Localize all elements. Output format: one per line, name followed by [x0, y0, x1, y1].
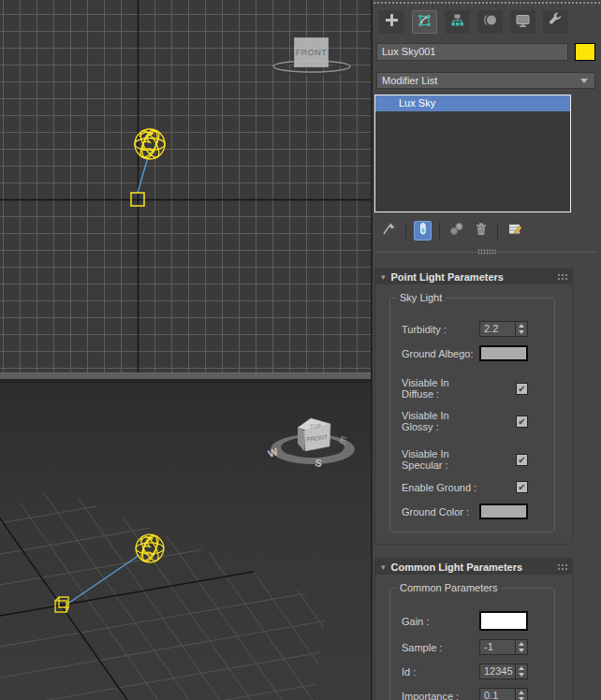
- enable-ground-checkbox[interactable]: ✔: [516, 481, 528, 493]
- tab-modify[interactable]: [412, 10, 437, 34]
- command-panel-tabs: [379, 9, 601, 35]
- light-target-link-persp: [66, 555, 139, 605]
- viewport-splitter[interactable]: [0, 372, 371, 383]
- viewcube-front-face[interactable]: FRONT: [294, 37, 329, 67]
- id-label: Id :: [402, 666, 416, 678]
- motion-icon: [482, 12, 498, 32]
- tab-utilities[interactable]: [543, 10, 568, 34]
- id-spinner[interactable]: 12345: [479, 664, 528, 679]
- turbidity-label: Turbidity :: [402, 324, 447, 335]
- spinner-down-icon[interactable]: [519, 673, 524, 677]
- panel-dock-grip[interactable]: [374, 2, 600, 6]
- param-row-importance: Importance : 0.1: [402, 688, 528, 700]
- modifier-stack-toolbar: [380, 220, 601, 241]
- configure-sets-icon: [506, 221, 522, 241]
- spinner-up-icon[interactable]: [519, 642, 524, 646]
- param-row-enable-ground: Enable Ground : ✔: [402, 481, 528, 493]
- hierarchy-icon: [449, 12, 465, 32]
- sample-value[interactable]: -1: [480, 640, 515, 654]
- modifier-stack[interactable]: Lux Sky: [374, 95, 571, 212]
- viewport-perspective[interactable]: W S E TOP FRONT: [0, 383, 371, 700]
- sample-spinner[interactable]: -1: [479, 639, 528, 655]
- spinner-down-icon[interactable]: [519, 649, 524, 652]
- configure-modifier-sets-button[interactable]: [506, 221, 523, 241]
- viewport-perspective-canvas: W S E TOP FRONT: [0, 383, 371, 700]
- rollout-body-point: Sky Light Turbidity : 2.2: [375, 284, 572, 544]
- plus-icon: [384, 12, 400, 32]
- panel-divider[interactable]: [376, 252, 597, 257]
- enable-ground-label: Enable Ground :: [402, 482, 476, 493]
- tab-create[interactable]: [379, 10, 404, 34]
- rollout-common-light-parameters: ▾ Common Light Parameters Common Paramet…: [374, 558, 573, 700]
- toolbar-separator: [405, 223, 406, 239]
- modify-icon: [417, 12, 432, 32]
- visiable-glossy-checkbox[interactable]: ✔: [516, 416, 528, 428]
- divider-grip-dots[interactable]: [477, 249, 496, 255]
- visiable-diffuse-label: Visiable In Diffuse :: [402, 377, 483, 400]
- rollout-header-common[interactable]: ▾ Common Light Parameters: [375, 559, 572, 575]
- spinner-arrows[interactable]: [515, 664, 527, 678]
- param-row-ground-albego: Ground Albego:: [402, 345, 528, 361]
- object-name-field[interactable]: Lux Sky001: [376, 43, 568, 61]
- tab-display[interactable]: [510, 10, 535, 34]
- turbidity-spinner[interactable]: 2.2: [479, 321, 528, 337]
- ground-color-swatch[interactable]: [479, 503, 528, 519]
- rollout-body-common: Common Parameters Gain : Sample : -1: [375, 575, 572, 700]
- compass-south-label[interactable]: S: [315, 457, 323, 469]
- trash-icon: [473, 221, 489, 241]
- chevron-down-icon: ▾: [381, 272, 386, 282]
- chevron-down-icon: [580, 79, 588, 83]
- show-end-result-button[interactable]: [414, 221, 432, 241]
- pin-stack-button[interactable]: [380, 221, 398, 241]
- sky-light-sphere[interactable]: [135, 128, 165, 160]
- gain-label: Gain :: [402, 616, 429, 627]
- viewport-front[interactable]: FRONT: [0, 0, 371, 373]
- id-value[interactable]: 12345: [480, 664, 515, 678]
- group-common-parameters: Common Parameters Gain : Sample : -1: [389, 588, 555, 700]
- importance-label: Importance :: [402, 691, 459, 700]
- remove-modifier-button[interactable]: [472, 221, 490, 241]
- spinner-arrows[interactable]: [515, 689, 527, 700]
- rollout-header-point[interactable]: ▾ Point Light Parameters: [375, 269, 572, 284]
- rollout-grip-dots[interactable]: [557, 273, 567, 281]
- spinner-up-icon[interactable]: [519, 691, 524, 694]
- visiable-specular-checkbox[interactable]: ✔: [516, 454, 528, 466]
- spinner-up-icon[interactable]: [519, 324, 524, 328]
- param-row-id: Id : 12345: [402, 664, 528, 679]
- perspective-grid: [0, 428, 371, 700]
- test-tube-icon: [415, 221, 431, 241]
- object-color-swatch[interactable]: [575, 43, 595, 61]
- wrench-icon: [548, 12, 564, 32]
- display-icon: [515, 12, 531, 32]
- make-unique-button[interactable]: [447, 221, 465, 241]
- command-panel: Lux Sky001 Modifier List Lux Sky: [371, 0, 601, 700]
- visiable-diffuse-checkbox[interactable]: ✔: [516, 383, 528, 395]
- turbidity-value[interactable]: 2.2: [480, 322, 515, 336]
- modifier-list-dropdown[interactable]: Modifier List: [376, 72, 595, 89]
- importance-value[interactable]: 0.1: [480, 689, 515, 700]
- light-target-link: [138, 157, 148, 193]
- group-label: Sky Light: [396, 292, 446, 303]
- tab-motion[interactable]: [477, 10, 503, 34]
- group-label: Common Parameters: [396, 582, 502, 593]
- tab-hierarchy[interactable]: [445, 10, 470, 34]
- spinner-arrows[interactable]: [515, 640, 527, 654]
- visiable-glossy-label: Visiable In Glossy :: [402, 410, 483, 432]
- group-sky-light: Sky Light Turbidity : 2.2: [389, 298, 555, 532]
- ground-albego-label: Ground Albego:: [402, 348, 473, 359]
- ground-albego-swatch[interactable]: [479, 345, 528, 361]
- modifier-list-label: Modifier List: [382, 75, 437, 86]
- spinner-up-icon[interactable]: [519, 666, 524, 670]
- rollout-grip-dots[interactable]: [557, 563, 567, 571]
- sample-label: Sample :: [402, 642, 442, 653]
- viewcube-perspective[interactable]: W S E TOP FRONT: [267, 418, 355, 469]
- pushpin-icon: [381, 221, 397, 241]
- application-window: FRONT: [0, 0, 601, 700]
- gain-color-swatch[interactable]: [479, 611, 528, 631]
- param-row-ground-color: Ground Color :: [402, 503, 528, 519]
- spinner-down-icon[interactable]: [519, 330, 524, 334]
- spinner-arrows[interactable]: [515, 322, 527, 336]
- modifier-stack-item-lux-sky[interactable]: Lux Sky: [375, 95, 570, 111]
- importance-spinner[interactable]: 0.1: [479, 688, 528, 700]
- param-row-visiable-diffuse: Visiable In Diffuse : ✔: [402, 377, 528, 400]
